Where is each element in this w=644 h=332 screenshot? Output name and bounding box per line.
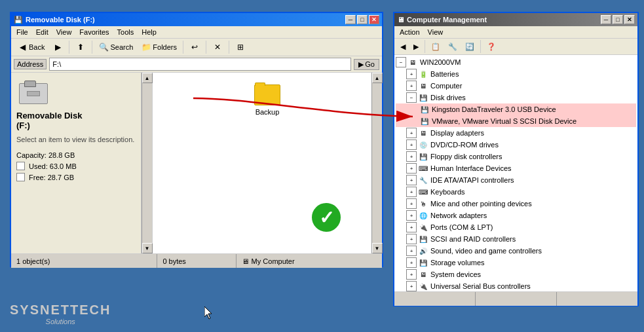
floppy-expand[interactable]: + [406, 151, 417, 162]
menu-file[interactable]: File [12, 27, 32, 37]
tree-network[interactable]: + 🌐 Network adapters [396, 210, 636, 221]
floppy-icon: 💾 [418, 151, 428, 162]
ports-expand[interactable]: + [406, 222, 417, 232]
capacity-label: Capacity: 28.8 GB [16, 151, 136, 159]
system-expand[interactable]: + [406, 269, 417, 280]
menu-edit[interactable]: Edit [32, 27, 52, 37]
storage-label: Storage volumes [430, 259, 485, 267]
tree-kingston[interactable]: 💾 Kingston DataTraveler 3.0 USB Device [396, 103, 636, 115]
up-button[interactable]: ⬆ [72, 40, 89, 54]
cm-statusbar [394, 291, 637, 306]
dvd-expand[interactable]: + [406, 139, 417, 150]
disk-expand[interactable]: − [406, 92, 417, 103]
scroll-up-btn[interactable]: ▲ [142, 73, 153, 83]
system-icon: 🖥 [418, 269, 428, 280]
tree-ports[interactable]: + 🔌 Ports (COM & LPT) [396, 221, 636, 233]
cm-forward-btn[interactable]: ▶ [410, 41, 422, 53]
backup-folder[interactable]: Backup [249, 79, 286, 121]
cm-back-btn[interactable]: ◀ [397, 41, 409, 53]
dvd-label: DVD/CD-ROM drives [430, 141, 499, 149]
logo-area: SYSNETTECH Solutions [10, 303, 111, 325]
tree-view[interactable]: − 🖥 WIN2000VM + 🔋 Batteries + 🖥 Computer… [394, 55, 637, 291]
cm-status-1 [394, 292, 476, 306]
menu-tools[interactable]: Tools [113, 27, 138, 37]
tree-display[interactable]: + 🖥 Display adapters [396, 127, 636, 139]
explorer-close-btn[interactable]: ✕ [369, 15, 379, 24]
tree-mice[interactable]: + 🖱 Mice and other pointing devices [396, 198, 636, 210]
root-expand[interactable]: − [396, 57, 406, 67]
undo-button[interactable]: ↩ [186, 40, 203, 54]
cm-close-btn[interactable]: ✕ [624, 15, 635, 24]
tree-sound[interactable]: + 🔊 Sound, video and game controllers [396, 245, 636, 257]
explorer-title: Removable Disk (F:) [26, 16, 95, 24]
tree-floppy[interactable]: + 💾 Floppy disk controllers [396, 151, 636, 162]
tree-scsi[interactable]: + 💾 SCSI and RAID controllers [396, 233, 636, 245]
hid-expand[interactable]: + [406, 163, 417, 174]
cm-menu-view[interactable]: View [424, 27, 447, 37]
batteries-expand[interactable]: + [406, 69, 417, 79]
cm-refresh-btn[interactable]: 🔄 [462, 41, 478, 53]
menu-view[interactable]: View [52, 27, 76, 37]
tree-disk-drives[interactable]: − 💾 Disk drives [396, 92, 636, 103]
cm-menu-action[interactable]: Action [396, 27, 424, 37]
cm-titlebar-icon: 🖥 [397, 16, 404, 24]
keyboards-expand[interactable]: + [406, 187, 417, 197]
menu-favorites[interactable]: Favorites [75, 27, 113, 37]
tree-storage[interactable]: + 💾 Storage volumes [396, 257, 636, 268]
drive-icon [16, 78, 50, 105]
undo-icon: ↩ [189, 42, 200, 52]
cm-maximize-btn[interactable]: □ [613, 15, 623, 24]
usb-expand[interactable]: + [406, 281, 417, 291]
computer-expand[interactable]: + [406, 81, 417, 91]
menu-help[interactable]: Help [138, 27, 161, 37]
used-checkbox[interactable] [16, 162, 25, 170]
tree-vmware-disk[interactable]: 💾 VMware, VMware Virtual S SCSI Disk Dev… [396, 115, 636, 127]
tree-batteries[interactable]: + 🔋 Batteries [396, 68, 636, 80]
views-button[interactable]: ⊞ [232, 40, 249, 54]
scsi-expand[interactable]: + [406, 234, 417, 244]
tree-usb[interactable]: + 🔌 Universal Serial Bus controllers [396, 280, 636, 291]
cm-minimize-btn[interactable]: ─ [601, 15, 611, 24]
status-size: 0 bytes [157, 254, 236, 268]
delete-button[interactable]: ✕ [209, 40, 226, 54]
network-expand[interactable]: + [406, 210, 417, 221]
free-checkbox[interactable] [16, 173, 25, 181]
display-expand[interactable]: + [406, 128, 417, 138]
explorer-right-panel: Backup ✓ ▲ ▼ [153, 73, 382, 253]
delete-icon: ✕ [212, 42, 223, 52]
tree-keyboards[interactable]: + ⌨ Keyboards [396, 186, 636, 198]
right-scroll-up[interactable]: ▲ [372, 73, 383, 83]
ide-expand[interactable]: + [406, 175, 417, 185]
folders-button[interactable]: 📁 Folders [138, 40, 180, 54]
back-button[interactable]: ◀ Back [14, 40, 48, 54]
tree-dvd[interactable]: + 💿 DVD/CD-ROM drives [396, 139, 636, 151]
cm-prop-btn[interactable]: 🔧 [445, 41, 461, 53]
right-scroll-down[interactable]: ▼ [372, 243, 383, 253]
tree-ide[interactable]: + 🔧 IDE ATA/ATAPI controllers [396, 174, 636, 186]
left-scrollbar[interactable]: ▲ ▼ [142, 73, 152, 253]
scroll-down-btn[interactable]: ▼ [142, 243, 153, 253]
tree-computer[interactable]: + 🖥 Computer [396, 80, 636, 92]
mice-expand[interactable]: + [406, 198, 417, 209]
explorer-maximize-btn[interactable]: □ [357, 15, 368, 24]
storage-expand[interactable]: + [406, 257, 417, 268]
explorer-minimize-btn[interactable]: ─ [345, 15, 356, 24]
tree-root[interactable]: − 🖥 WIN2000VM [396, 56, 636, 68]
address-input[interactable] [49, 58, 351, 71]
kingston-icon: 💾 [419, 104, 430, 115]
right-scrollbar[interactable]: ▲ ▼ [371, 73, 382, 253]
cm-toolbar: ◀ ▶ 📋 🔧 🔄 ❓ [394, 39, 637, 55]
batteries-label: Batteries [430, 70, 459, 78]
forward-button[interactable]: ▶ [49, 40, 66, 54]
disk-drives-label: Disk drives [430, 94, 466, 101]
tree-system[interactable]: + 🖥 System devices [396, 268, 636, 280]
tree-hid[interactable]: + ⌨ Human Interface Devices [396, 162, 636, 174]
network-icon: 🌐 [418, 210, 428, 221]
search-button[interactable]: 🔍 Search [95, 40, 136, 54]
cm-help-btn[interactable]: ❓ [483, 41, 499, 53]
go-button[interactable]: ▶ Go [354, 59, 379, 70]
sound-expand[interactable]: + [406, 246, 417, 256]
backup-folder-label: Backup [256, 108, 280, 116]
mice-label: Mice and other pointing devices [430, 200, 532, 208]
cm-export-btn[interactable]: 📋 [428, 41, 444, 53]
